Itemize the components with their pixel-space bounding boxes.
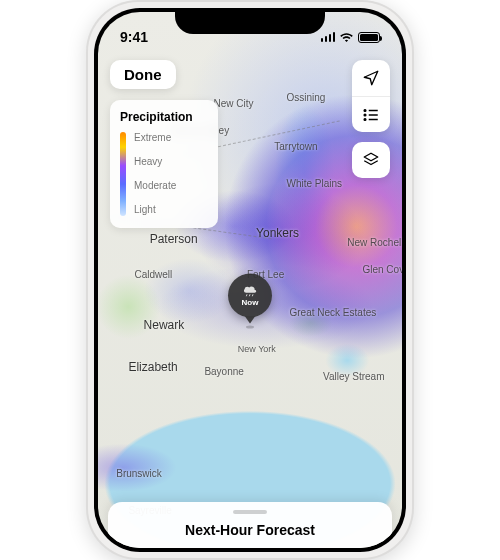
done-button[interactable]: Done: [110, 60, 176, 89]
city-label: Yonkers: [256, 226, 299, 240]
city-label: Ossining: [286, 92, 325, 103]
status-indicators: [321, 32, 381, 43]
phone-frame: 9:41 Done Precipitation Extreme Heavy: [86, 0, 414, 560]
legend-level-light: Light: [134, 205, 176, 215]
forecast-bottom-sheet[interactable]: Next-Hour Forecast: [108, 502, 392, 548]
location-arrow-icon: [362, 69, 380, 87]
city-label: Paterson: [150, 232, 198, 246]
drag-handle-icon[interactable]: [233, 510, 267, 514]
legend-level-moderate: Moderate: [134, 181, 176, 191]
city-label: Elizabeth: [128, 360, 177, 374]
city-label: Brunswick: [116, 468, 162, 479]
battery-icon: [358, 32, 380, 43]
city-label: New City: [214, 98, 254, 109]
phone-bezel: 9:41 Done Precipitation Extreme Heavy: [94, 8, 406, 552]
wifi-icon: [339, 32, 354, 43]
city-label: New York: [238, 344, 276, 354]
sheet-title: Next-Hour Forecast: [124, 522, 376, 538]
legend-labels: Extreme Heavy Moderate Light: [134, 132, 176, 216]
city-label: Tarrytown: [274, 141, 317, 152]
city-label: Great Neck Estates: [290, 307, 377, 318]
cellular-signal-icon: [321, 32, 336, 42]
map-layers-button[interactable]: [352, 142, 390, 178]
legend-level-extreme: Extreme: [134, 133, 176, 143]
svg-line-6: [246, 295, 247, 297]
precipitation-legend: Precipitation Extreme Heavy Moderate Lig…: [110, 100, 218, 228]
layers-icon: [362, 151, 380, 169]
city-label: Caldwell: [134, 269, 172, 280]
legend-level-heavy: Heavy: [134, 157, 176, 167]
locate-me-button[interactable]: [352, 60, 390, 96]
city-label: Bayonne: [204, 366, 243, 377]
svg-point-0: [364, 109, 366, 111]
city-label: White Plains: [286, 178, 342, 189]
svg-point-4: [364, 118, 366, 120]
cloud-rain-icon: [241, 285, 259, 297]
status-time: 9:41: [120, 29, 148, 45]
legend-gradient-icon: [120, 132, 126, 216]
notch: [175, 8, 325, 34]
svg-point-2: [364, 114, 366, 116]
legend-title: Precipitation: [120, 110, 208, 124]
pin-now-label: Now: [242, 298, 259, 307]
current-location-pin[interactable]: Now: [228, 274, 272, 329]
list-icon: [362, 106, 380, 124]
map-controls: [352, 60, 390, 178]
svg-line-8: [252, 295, 253, 297]
city-label: Glen Cove: [362, 264, 402, 275]
city-label: Newark: [144, 318, 185, 332]
done-label: Done: [124, 66, 162, 83]
svg-line-7: [249, 295, 250, 297]
list-view-button[interactable]: [352, 96, 390, 132]
weather-map-screen[interactable]: 9:41 Done Precipitation Extreme Heavy: [98, 12, 402, 548]
city-label: Valley Stream: [323, 371, 385, 382]
city-label: New Rochelle: [347, 237, 402, 248]
